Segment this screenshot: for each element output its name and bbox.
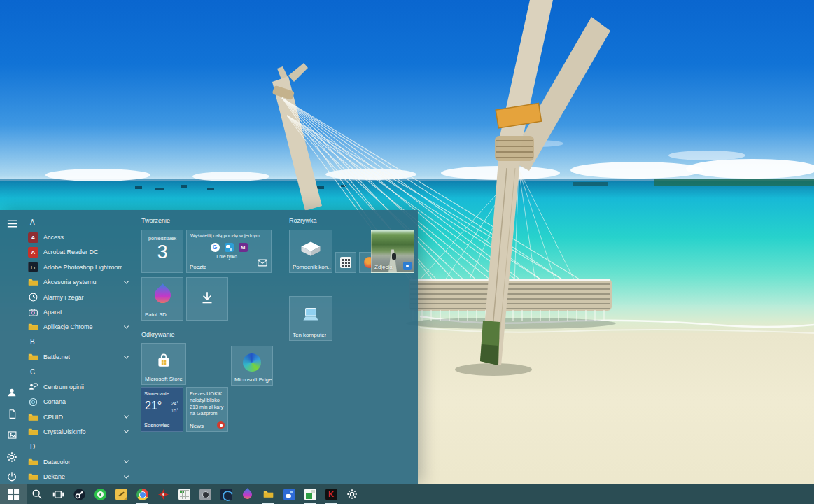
chevron-down-icon bbox=[122, 473, 130, 481]
section-letter: B bbox=[30, 338, 35, 346]
cortana-icon bbox=[28, 397, 38, 407]
blue-app-button[interactable] bbox=[279, 484, 300, 504]
app-list-section-header[interactable]: C bbox=[25, 365, 132, 379]
tile-paint3d[interactable]: Paint 3D bbox=[141, 277, 183, 321]
gmail-icon bbox=[239, 243, 248, 252]
app-list-item[interactable]: CrystalDiskInfo bbox=[25, 424, 132, 439]
chrome-app-button[interactable] bbox=[132, 484, 153, 504]
calculator-grid-app-button[interactable] bbox=[174, 484, 195, 504]
app-list-item[interactable]: Akcesoria systemu bbox=[25, 275, 132, 290]
sticky-notes-app-button[interactable] bbox=[111, 484, 132, 504]
photos-badge-icon bbox=[403, 262, 412, 270]
download-arrow-icon bbox=[187, 278, 227, 320]
green-messenger-app-button[interactable] bbox=[90, 484, 111, 504]
tile-mail[interactable]: Wyświetlij całą pocztę w jednym... I nie… bbox=[186, 230, 272, 273]
user-account-button[interactable] bbox=[6, 386, 18, 399]
tile-this-pc[interactable]: Ten komputer bbox=[289, 296, 332, 341]
tile-calendar[interactable]: poniedziałek 3 bbox=[141, 230, 183, 273]
app-list-section-header[interactable]: B bbox=[25, 335, 132, 349]
gray-camera-icon bbox=[199, 489, 211, 500]
paint3d-icon bbox=[151, 284, 174, 307]
acrobat-icon bbox=[28, 247, 38, 258]
app-label: Acrobat Reader DC bbox=[43, 248, 99, 255]
app-list-item[interactable]: Alarmy i zegar bbox=[25, 290, 132, 304]
lightroom-icon bbox=[28, 262, 38, 272]
document-icon bbox=[7, 409, 17, 419]
group-header-odkrywanie: Odkrywanie bbox=[141, 331, 175, 338]
settings-app-button[interactable] bbox=[342, 484, 363, 504]
camera-app-button[interactable] bbox=[195, 484, 216, 504]
app-label: Aparat bbox=[43, 309, 62, 316]
app-list-item[interactable]: Battle.net bbox=[25, 350, 132, 365]
search-button[interactable] bbox=[27, 484, 48, 504]
app-list-item[interactable]: Access bbox=[25, 230, 132, 244]
section-letter: D bbox=[30, 443, 35, 451]
clock-icon bbox=[28, 292, 38, 302]
menu-expand-button[interactable] bbox=[6, 217, 18, 230]
app-label: Battle.net bbox=[43, 354, 70, 360]
red-k-app-button[interactable] bbox=[321, 484, 342, 504]
app-list-item[interactable]: Adobe Photoshop Lightroom 5.7.1 64... bbox=[25, 260, 132, 274]
steam-app-button[interactable] bbox=[69, 484, 90, 504]
tile-weather[interactable]: Słonecznie 21° 24° 15° Sosnowiec bbox=[141, 387, 183, 432]
pictures-button[interactable] bbox=[6, 428, 18, 441]
folder-icon bbox=[28, 413, 38, 421]
power-button[interactable] bbox=[6, 470, 18, 483]
weather-low: 15° bbox=[171, 408, 178, 413]
app-list-item[interactable]: Centrum opinii bbox=[25, 379, 132, 394]
start-button[interactable] bbox=[0, 484, 27, 504]
app-list-item[interactable]: Aplikacje Chrome bbox=[25, 320, 132, 335]
app-label: Dekane bbox=[43, 473, 65, 480]
app-label: Aplikacje Chrome bbox=[43, 323, 93, 330]
navy-swirl-icon bbox=[220, 489, 232, 500]
navy-swirl-app-button[interactable] bbox=[216, 484, 237, 504]
start-menu: AAccessAcrobat Reader DCAdobe Photoshop … bbox=[0, 210, 418, 484]
folder-icon bbox=[28, 472, 38, 481]
console-tile-label: Pomocnik kon... bbox=[293, 264, 331, 270]
section-letter: A bbox=[30, 218, 35, 226]
app-label: Centrum opinii bbox=[43, 384, 84, 391]
settings-button[interactable] bbox=[6, 451, 18, 463]
app-list-item[interactable]: Dekane bbox=[25, 470, 132, 484]
weather-city: Sosnowiec bbox=[144, 422, 169, 428]
paint3d-app-button[interactable] bbox=[237, 484, 258, 504]
paint3d-tile-label: Paint 3D bbox=[145, 312, 167, 318]
envelope-icon bbox=[258, 257, 267, 270]
calendar-day-name: poniedziałek bbox=[142, 235, 183, 241]
mail-headline: Wyświetlij całą pocztę w jednym... bbox=[190, 233, 268, 238]
app-list-item[interactable]: CPUID bbox=[25, 410, 132, 424]
documents-button[interactable] bbox=[6, 407, 18, 420]
this-pc-tile-label: Ten komputer bbox=[293, 332, 326, 338]
calendar-day-number: 3 bbox=[142, 241, 183, 263]
start-menu-app-list: AAccessAcrobat Reader DCAdobe Photoshop … bbox=[25, 215, 132, 484]
store-bag-icon bbox=[142, 344, 185, 377]
tile-console-helper[interactable]: Pomocnik kon... bbox=[289, 230, 332, 273]
tile-small-keypad[interactable] bbox=[335, 252, 356, 273]
red-star-app-button[interactable] bbox=[153, 484, 174, 504]
calc-grid-icon bbox=[178, 489, 190, 500]
google-icon bbox=[211, 243, 220, 252]
task-view-button[interactable] bbox=[48, 484, 69, 504]
app-list-item[interactable]: Aparat bbox=[25, 304, 132, 319]
app-list-item[interactable]: Acrobat Reader DC bbox=[25, 245, 132, 260]
app-label: Datacolor bbox=[43, 458, 71, 465]
tile-news[interactable]: Prezes UOKiK nałożył blisko 213 mln zł k… bbox=[186, 387, 228, 432]
app-list-item[interactable]: Cortana bbox=[25, 395, 132, 410]
app-list-section-header[interactable]: D bbox=[25, 440, 132, 454]
mail-tile-label: Poczta bbox=[190, 264, 206, 270]
section-letter: C bbox=[30, 368, 35, 376]
file-explorer-button[interactable] bbox=[258, 484, 279, 504]
tile-download-placeholder[interactable] bbox=[186, 277, 228, 321]
app-list-item[interactable]: Datacolor bbox=[25, 454, 132, 469]
folder-icon bbox=[28, 458, 38, 466]
chevron-down-icon bbox=[122, 279, 130, 286]
tile-photos[interactable]: Zdjęcia bbox=[371, 230, 414, 273]
green-doc-app-button[interactable] bbox=[300, 484, 321, 504]
app-label: Adobe Photoshop Lightroom 5.7.1 64... bbox=[43, 264, 122, 271]
app-label: CPUID bbox=[43, 414, 63, 421]
edge-icon bbox=[243, 354, 261, 372]
tile-microsoft-edge[interactable]: Microsoft Edge bbox=[231, 346, 273, 386]
chevron-down-icon bbox=[122, 428, 130, 435]
tile-microsoft-store[interactable]: Microsoft Store bbox=[141, 343, 186, 385]
app-list-section-header[interactable]: A bbox=[25, 215, 132, 230]
